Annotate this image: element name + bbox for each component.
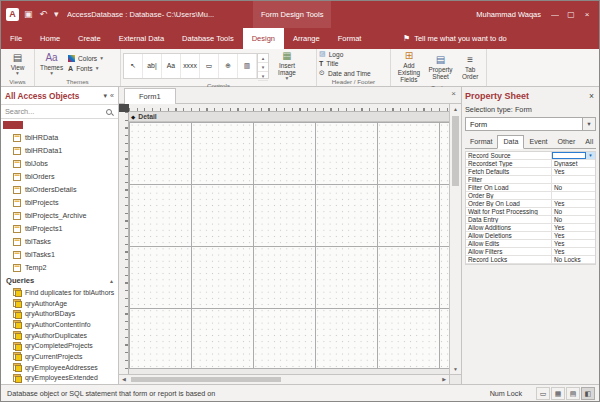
property-value[interactable] bbox=[552, 192, 595, 199]
property-value[interactable]: No bbox=[552, 216, 595, 223]
save-icon[interactable]: ▣ bbox=[24, 8, 33, 21]
nav-query-item[interactable]: qryEmployeesExtended bbox=[1, 373, 118, 384]
nav-table-item[interactable]: tblHRData bbox=[1, 131, 118, 144]
tell-me-box[interactable]: ⚑Tell me what you want to do bbox=[403, 28, 507, 49]
property-sheet-tab[interactable]: Event bbox=[524, 135, 552, 148]
view-button[interactable]: ▤ View ▾ bbox=[8, 52, 28, 76]
combo-dropdown-icon[interactable]: ▼ bbox=[582, 118, 595, 130]
property-value[interactable]: Yes bbox=[552, 200, 595, 207]
themes-button[interactable]: Aa Themes ▾ bbox=[37, 52, 66, 76]
ribbon-tab[interactable]: Arrange bbox=[284, 28, 329, 49]
hyperlink-icon[interactable]: ⊕ bbox=[219, 54, 238, 78]
selection-combo[interactable]: Form ▼ bbox=[465, 117, 596, 131]
property-value[interactable]: No bbox=[552, 184, 595, 191]
nav-table-item[interactable]: tblTasks1 bbox=[1, 248, 118, 261]
nav-table-item[interactable]: tblProjects bbox=[1, 196, 118, 209]
nav-query-item[interactable]: qryAuthorBDays bbox=[1, 308, 118, 319]
nav-query-item[interactable]: qryCompletedProjects bbox=[1, 340, 118, 351]
horizontal-ruler[interactable] bbox=[129, 104, 449, 112]
nav-table-item[interactable]: tblProjects1 bbox=[1, 222, 118, 235]
button-icon[interactable]: xxxx bbox=[181, 54, 200, 78]
property-value[interactable]: Yes bbox=[552, 240, 595, 247]
datasheet-view-icon[interactable]: ▦ bbox=[551, 387, 565, 400]
nav-table-item[interactable]: tblHRData1 bbox=[1, 144, 118, 157]
design-view-icon[interactable]: ◧ bbox=[581, 387, 595, 400]
property-sheet-button[interactable]: ▤ Property Sheet bbox=[425, 54, 457, 80]
shutter-close-icon[interactable]: « bbox=[110, 92, 114, 99]
layout-view-icon[interactable]: ▤ bbox=[566, 387, 580, 400]
detail-section-bar[interactable]: ◆ Detail bbox=[129, 112, 449, 122]
form-view-icon[interactable]: ▭ bbox=[536, 387, 550, 400]
tab-order-button[interactable]: ≡ Tab Order bbox=[456, 54, 484, 80]
maximize-icon[interactable]: ▢ bbox=[563, 1, 579, 28]
signed-in-user[interactable]: Muhammad Waqas bbox=[476, 1, 541, 28]
ribbon-tab[interactable]: External Data bbox=[110, 28, 173, 49]
logo-button[interactable]: ▨ Logo bbox=[319, 50, 371, 58]
gallery-scroll-up-icon[interactable]: ▴ bbox=[258, 54, 268, 63]
nav-query-item[interactable]: qryEmployeeAddresses bbox=[1, 362, 118, 373]
design-grid[interactable] bbox=[129, 122, 449, 369]
partially-visible-selected-item[interactable] bbox=[3, 121, 23, 129]
label-icon[interactable]: Aa bbox=[162, 54, 181, 78]
property-sheet-tab[interactable]: Format bbox=[465, 135, 497, 148]
property-value[interactable]: Yes bbox=[552, 232, 595, 239]
property-value[interactable]: Yes bbox=[552, 168, 595, 175]
property-value[interactable]: No Locks bbox=[552, 256, 595, 263]
gallery-more-icon[interactable]: ▾ bbox=[258, 72, 268, 81]
document-close-icon[interactable]: × bbox=[451, 89, 456, 98]
nav-query-item[interactable]: qryCurrentProjects bbox=[1, 351, 118, 362]
minimize-icon[interactable]: — bbox=[547, 1, 563, 28]
property-value[interactable]: Yes bbox=[552, 248, 595, 255]
scroll-down-icon[interactable]: ▼ bbox=[450, 366, 461, 372]
date-and-time-button[interactable]: ⊙ Date and Time bbox=[319, 69, 371, 77]
scroll-up-icon[interactable]: ▲ bbox=[450, 106, 461, 112]
ribbon-tab[interactable]: File bbox=[1, 28, 31, 49]
nav-table-item[interactable]: tblOrders bbox=[1, 170, 118, 183]
qat-customize-icon[interactable]: ▾ bbox=[54, 8, 59, 21]
colors-button[interactable]: Colors ▾ bbox=[68, 55, 103, 62]
nav-query-item[interactable]: Find duplicates for tblAuthors bbox=[1, 287, 118, 298]
nav-query-item[interactable]: qryAuthorDuplicates bbox=[1, 330, 118, 341]
property-sheet-close-icon[interactable]: × bbox=[589, 91, 596, 101]
vertical-scrollbar[interactable]: ▲ ▼ bbox=[449, 104, 461, 374]
nav-table-item[interactable]: tblTasks bbox=[1, 235, 118, 248]
property-sheet-tab[interactable]: All bbox=[580, 135, 598, 148]
add-existing-fields-button[interactable]: ⊞ Add Existing Fields bbox=[393, 50, 425, 83]
combo-box-icon[interactable]: ▥ bbox=[238, 54, 257, 78]
scroll-left-icon[interactable]: ◀ bbox=[122, 375, 126, 384]
select-pointer-icon[interactable]: ↖ bbox=[124, 54, 143, 78]
title-button[interactable]: T Title bbox=[319, 60, 371, 67]
close-icon[interactable]: × bbox=[579, 1, 595, 28]
fonts-button[interactable]: A Fonts ▾ bbox=[68, 65, 103, 72]
vertical-ruler[interactable] bbox=[119, 112, 129, 374]
horizontal-scroll-thumb[interactable] bbox=[131, 377, 281, 382]
ribbon-tab[interactable]: Format bbox=[329, 28, 371, 49]
nav-menu-chevron-icon[interactable]: ▾ bbox=[104, 92, 108, 100]
nav-search-box[interactable]: Search... bbox=[1, 104, 118, 119]
form-selector-box[interactable] bbox=[119, 104, 129, 112]
property-value[interactable] bbox=[552, 152, 595, 159]
undo-icon[interactable]: ↶ bbox=[40, 8, 48, 21]
property-sheet-tab[interactable]: Data bbox=[497, 135, 524, 149]
nav-table-item[interactable]: tblProjects_Archive bbox=[1, 209, 118, 222]
tab-control-icon[interactable]: ▭ bbox=[200, 54, 219, 78]
document-tab-form1[interactable]: Form1 bbox=[124, 88, 176, 104]
horizontal-scrollbar[interactable]: ◀ ▶ bbox=[119, 374, 449, 384]
nav-query-item[interactable]: qryAuthorContentInfo bbox=[1, 319, 118, 330]
property-value[interactable]: Yes bbox=[552, 224, 595, 231]
property-value[interactable]: Dynaset bbox=[552, 160, 595, 167]
ribbon-tab[interactable]: Database Tools bbox=[173, 28, 243, 49]
insert-image-button[interactable]: ▦ Insert Image ▾ bbox=[269, 50, 305, 81]
ribbon-tab[interactable]: Home bbox=[31, 28, 69, 49]
vertical-scroll-thumb[interactable] bbox=[452, 116, 459, 186]
property-value[interactable]: No bbox=[552, 208, 595, 215]
nav-table-item[interactable]: tblJobs bbox=[1, 157, 118, 170]
ribbon-tab[interactable]: Design bbox=[243, 28, 284, 49]
scroll-right-icon[interactable]: ▶ bbox=[442, 375, 446, 384]
text-box-icon[interactable]: ab| bbox=[143, 54, 162, 78]
property-sheet-tab[interactable]: Other bbox=[553, 135, 581, 148]
nav-table-item[interactable]: tblOrdersDetails bbox=[1, 183, 118, 196]
ribbon-tab[interactable]: Create bbox=[69, 28, 110, 49]
nav-query-item[interactable]: qryAuthorAge bbox=[1, 298, 118, 309]
nav-queries-section-header[interactable]: Queries ▴ bbox=[1, 274, 118, 287]
